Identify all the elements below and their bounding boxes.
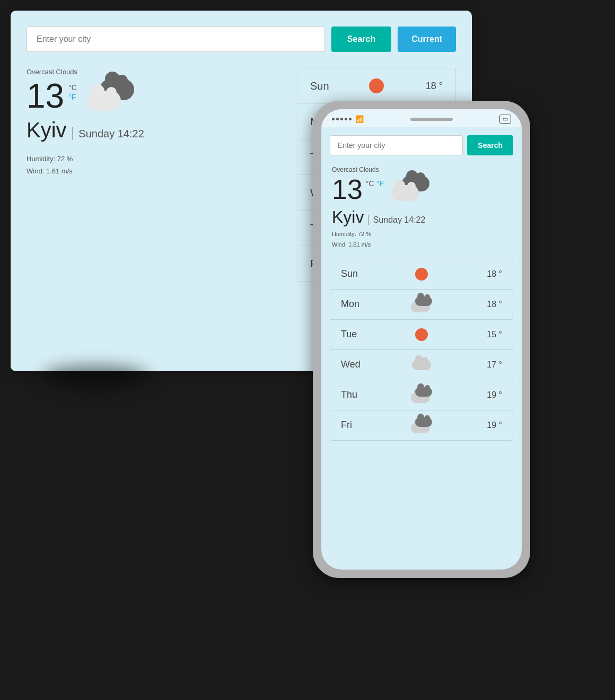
desktop-condition: Overcast Clouds: [27, 68, 281, 76]
desktop-search-bar: Search Current: [27, 27, 456, 52]
phone-weather-icon: [391, 176, 429, 201]
phone-forecast-temp-thu: 19 °: [476, 390, 502, 400]
desktop-city-divider: |: [71, 125, 75, 141]
desktop-search-button[interactable]: Search: [331, 27, 391, 52]
phone-forecast-day-fri: Fri: [341, 419, 367, 431]
cloud-white-layer: [86, 91, 121, 111]
phone-temp-value: 13: [332, 176, 363, 203]
forecast-day-sun: Sun: [310, 80, 342, 92]
phone-search-button[interactable]: Search: [467, 135, 513, 155]
phone-cloud-overlap-thu: [411, 387, 432, 403]
desktop-shadow: [42, 366, 148, 387]
phone-forecast-temp-fri: 19 °: [476, 421, 502, 430]
phone-temp-row: 13 °C °F: [332, 176, 511, 203]
phone-forecast-row-tue: Tue 15 °: [330, 320, 513, 350]
phone-cloud-overlap-fri: [411, 417, 432, 433]
phone-temp-units: °C °F: [366, 179, 384, 188]
phone-forecast-temp-tue: 15 °: [476, 330, 502, 339]
desktop-city-row: Kyiv | Sunday 14:22: [27, 118, 281, 146]
desktop-temp-value: 13: [27, 79, 64, 113]
phone-forecast-icon-mon: [411, 297, 432, 312]
phone-details: Humidity: 72 % Wind: 1.61 m/s: [332, 229, 511, 250]
phone-sun-icon-tue: [415, 328, 428, 341]
phone-forecast-day-thu: Thu: [341, 389, 367, 400]
desktop-weather-info: Overcast Clouds 13 °C °F Kyiv | Sunday 1…: [27, 68, 297, 282]
desktop-temperature-row: 13 °C °F: [27, 79, 281, 113]
forecast-temp-sun: 18 °: [411, 81, 443, 92]
phone-status-bar: 📶 ▭: [321, 109, 522, 127]
wifi-icon: 📶: [355, 115, 364, 123]
desktop-weather-icon: [86, 79, 134, 111]
desktop-city-datetime: Sunday 14:22: [78, 128, 144, 140]
phone-forecast-icon-thu: [411, 388, 432, 402]
desktop-weather-details: Humidity: 72 % Wind: 1.61 m/s: [27, 153, 281, 178]
phone-forecast-icon-wed: [411, 357, 432, 372]
phone-content: Search Overcast Clouds 13 °C °F: [321, 127, 522, 449]
phone-wind: Wind: 1.61 m/s: [332, 240, 511, 250]
desktop-humidity: Humidity: 72 %: [27, 153, 281, 165]
phone-unit-c: °C: [366, 179, 374, 188]
phone-battery: ▭: [499, 115, 511, 124]
phone-cloud-wed: [412, 360, 431, 370]
phone-mockup: 📶 ▭ Search Overcast Clouds 13 °C °F: [313, 101, 530, 578]
phone-signal-dots: 📶: [332, 115, 364, 123]
phone-city-datetime: Sunday 14:22: [373, 215, 426, 225]
phone-forecast-temp-sun: 18 °: [476, 269, 502, 279]
phone-city-name: Kyiv: [332, 207, 364, 227]
signal-dot-3: [340, 118, 343, 120]
desktop-city-name: Kyiv: [27, 118, 67, 142]
phone-city-row: Kyiv | Sunday 14:22: [332, 207, 511, 227]
forecast-row-sun: Sun 18 °: [297, 68, 455, 104]
phone-forecast-row-sun: Sun 18 °: [330, 259, 513, 290]
phone-humidity: Humidity: 72 %: [332, 229, 511, 240]
signal-dot-4: [345, 118, 347, 120]
desktop-unit-c: °C: [68, 83, 77, 92]
phone-forecast-day-mon: Mon: [341, 299, 367, 310]
desktop-current-button[interactable]: Current: [398, 27, 456, 52]
phone-weather-info: Overcast Clouds 13 °C °F Kyiv | Sunda: [330, 166, 513, 250]
phone-forecast-icon-tue: [411, 327, 432, 342]
phone-sun-icon: [415, 268, 428, 281]
phone-unit-f: °F: [376, 179, 384, 188]
signal-dot-5: [349, 118, 352, 120]
forecast-icon-sun: [363, 77, 390, 95]
phone-cloud-overlap-mon: [411, 296, 432, 312]
phone-cloud-white: [391, 185, 419, 201]
phone-forecast-row-wed: Wed 17 °: [330, 350, 513, 380]
phone-search-input[interactable]: [330, 135, 463, 155]
desktop-search-input[interactable]: [27, 27, 325, 52]
signal-dot-2: [336, 118, 339, 120]
phone-forecast-temp-wed: 17 °: [476, 360, 502, 370]
phone-forecast-day-tue: Tue: [341, 329, 367, 340]
desktop-unit-f: °F: [68, 93, 77, 101]
desktop-temp-units: °C °F: [68, 83, 77, 101]
phone-search-bar: Search: [330, 135, 513, 155]
phone-forecast-row-mon: Mon 18 °: [330, 290, 513, 320]
phone-forecast-temp-mon: 18 °: [476, 300, 502, 309]
phone-forecast: Sun 18 ° Mon 18 °: [330, 259, 513, 441]
phone-inner: 📶 ▭ Search Overcast Clouds 13 °C °F: [321, 109, 522, 570]
phone-forecast-icon-fri: [411, 418, 432, 433]
phone-forecast-icon-sun: [411, 267, 432, 282]
phone-forecast-day-wed: Wed: [341, 359, 367, 370]
phone-forecast-row-fri: Fri 19 °: [330, 410, 513, 440]
phone-city-divider: |: [367, 213, 370, 225]
signal-dot-1: [332, 118, 335, 120]
phone-notch: [410, 118, 453, 121]
phone-forecast-row-thu: Thu 19 °: [330, 380, 513, 410]
sun-icon: [369, 78, 384, 93]
desktop-wind: Wind: 1.61 m/s: [27, 165, 281, 177]
phone-forecast-day-sun: Sun: [341, 268, 367, 279]
